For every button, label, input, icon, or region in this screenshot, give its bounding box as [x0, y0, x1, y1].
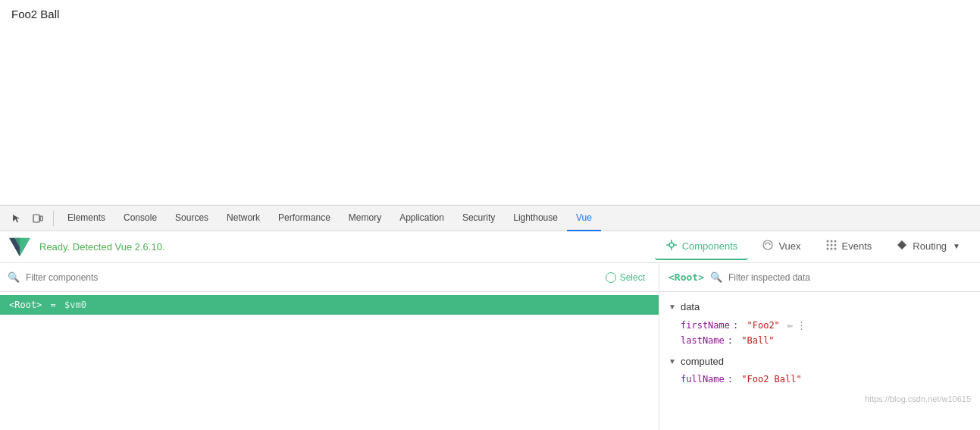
- page-title: Foo2 Ball: [11, 8, 59, 20]
- page-content: Foo2 Ball: [0, 0, 980, 121]
